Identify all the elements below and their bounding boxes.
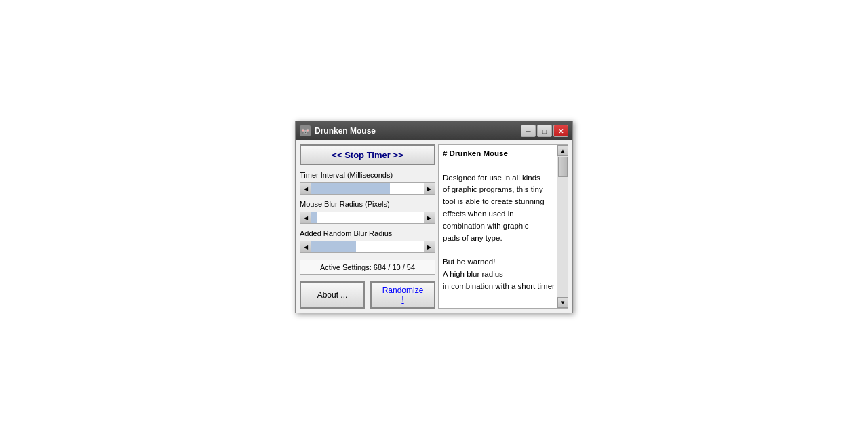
bottom-buttons: About ... Randomize !: [300, 281, 435, 309]
timer-interval-slider[interactable]: ◀ ▶: [300, 182, 435, 195]
mouse-right-arrow[interactable]: ▶: [424, 212, 435, 223]
text-line-9: A high blur radius: [443, 269, 555, 281]
mouse-left-arrow[interactable]: ◀: [300, 212, 311, 223]
randomize-button[interactable]: Randomize !: [370, 281, 435, 309]
mouse-blur-label: Mouse Blur Radius (Pixels): [300, 200, 435, 208]
random-track: [311, 241, 424, 252]
random-right-arrow[interactable]: ▶: [424, 241, 435, 252]
minimize-button[interactable]: ─: [521, 125, 536, 137]
text-line-10: in combination with a short timer: [443, 281, 555, 293]
text-spacer-1: [443, 160, 555, 172]
text-line-6: combination with graphic: [443, 220, 555, 233]
right-inner: # Drunken Mouse Designed for use in all …: [439, 145, 568, 308]
text-line-3: of graphic programs, this tiny: [443, 184, 555, 196]
timer-left-arrow[interactable]: ◀: [300, 183, 311, 194]
random-blur-label: Added Random Blur Radius: [300, 229, 435, 237]
mouse-blur-slider[interactable]: ◀ ▶: [300, 212, 435, 224]
timer-track: [311, 183, 424, 194]
title-controls: ─ □ ✕: [521, 125, 568, 137]
main-window: 🐭 Drunken Mouse ─ □ ✕ << Stop Timer >> T…: [295, 121, 573, 313]
mouse-fill: [311, 212, 317, 223]
app-icon: 🐭: [300, 125, 311, 136]
active-settings: Active Settings: 684 / 10 / 54: [300, 260, 435, 275]
window-body: << Stop Timer >> Timer Interval (Millise…: [296, 140, 572, 313]
timer-interval-label: Timer Interval (Milliseconds): [300, 171, 435, 179]
text-line-4: tool is able to create stunning: [443, 196, 555, 208]
scroll-down-button[interactable]: ▼: [557, 297, 568, 308]
scroll-thumb[interactable]: [558, 157, 568, 177]
title-bar: 🐭 Drunken Mouse ─ □ ✕: [296, 121, 572, 140]
timer-right-arrow[interactable]: ▶: [424, 183, 435, 194]
scroll-up-button[interactable]: ▲: [557, 145, 568, 156]
text-spacer-2: [443, 245, 555, 257]
text-line-1: # Drunken Mouse: [443, 148, 555, 160]
close-button[interactable]: ✕: [553, 125, 568, 137]
about-button[interactable]: About ...: [300, 281, 365, 309]
random-fill: [311, 241, 356, 252]
timer-fill: [311, 183, 390, 194]
text-line-5: effects when used in: [443, 208, 555, 220]
scroll-track: [557, 156, 568, 297]
text-line-8: But be warned!: [443, 256, 555, 269]
random-left-arrow[interactable]: ◀: [300, 241, 311, 252]
scrollbar[interactable]: ▲ ▼: [557, 145, 568, 308]
left-panel: << Stop Timer >> Timer Interval (Millise…: [300, 144, 435, 309]
text-line-2: Designed for use in all kinds: [443, 172, 555, 184]
help-text: # Drunken Mouse Designed for use in all …: [439, 145, 568, 308]
maximize-button[interactable]: □: [537, 125, 552, 137]
window-title: Drunken Mouse: [315, 126, 376, 136]
right-panel: # Drunken Mouse Designed for use in all …: [438, 144, 568, 309]
stop-timer-button[interactable]: << Stop Timer >>: [300, 144, 435, 165]
text-line-7: pads of any type.: [443, 233, 555, 245]
random-blur-slider[interactable]: ◀ ▶: [300, 241, 435, 253]
mouse-track: [311, 212, 424, 223]
title-bar-left: 🐭 Drunken Mouse: [300, 125, 376, 136]
